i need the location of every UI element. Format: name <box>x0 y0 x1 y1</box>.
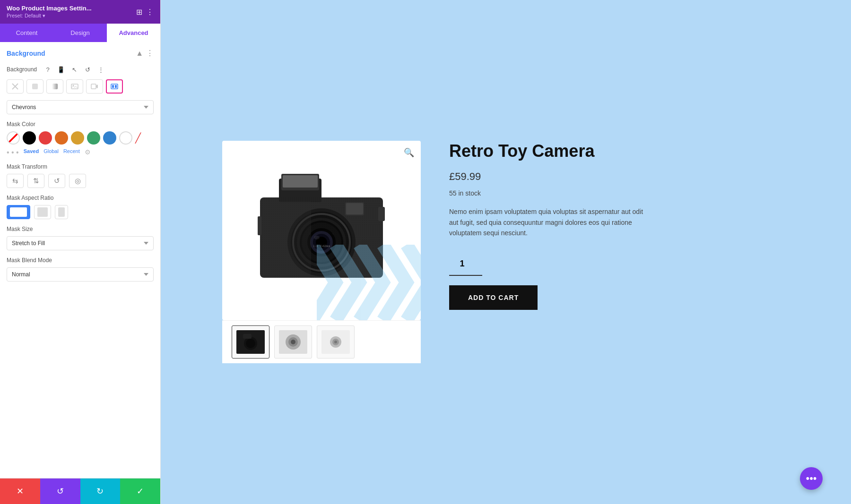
sidebar-title: Woo Product Images Settin... <box>7 5 92 12</box>
svg-point-41 <box>291 340 295 344</box>
sidebar-header: Woo Product Images Settin... Preset: Def… <box>0 0 160 24</box>
bg-type-slideshow[interactable] <box>106 79 123 94</box>
cancel-button[interactable]: ✕ <box>0 478 40 504</box>
bg-type-gradient[interactable] <box>46 79 63 94</box>
save-button[interactable]: ✓ <box>120 478 160 504</box>
section-title: Background <box>7 50 45 57</box>
tab-design[interactable]: Design <box>53 24 107 42</box>
color-tab-global[interactable]: Global <box>43 148 59 157</box>
bg-type-color[interactable] <box>26 79 43 94</box>
svg-point-36 <box>246 339 255 348</box>
product-title: Retro Toy Camera <box>449 141 790 161</box>
svg-rect-32 <box>264 201 311 274</box>
svg-rect-9 <box>115 85 117 88</box>
svg-rect-3 <box>52 84 58 89</box>
color-swatch-black[interactable] <box>23 131 36 145</box>
background-control-row: Background ? 📱 ↖ ↺ ⋮ <box>7 64 154 75</box>
sidebar: Woo Product Images Settin... Preset: Def… <box>0 0 161 504</box>
aspect-square[interactable] <box>34 205 51 219</box>
color-tabs: • • • Saved Global Recent ⚙ <box>7 148 154 157</box>
sidebar-header-icons: ⊞ ⋮ <box>136 8 154 17</box>
transform-flip-v[interactable]: ⇅ <box>27 174 44 188</box>
thumbnails <box>222 320 421 363</box>
transform-row: ⇆ ⇅ ↺ ◎ <box>7 174 154 188</box>
options-icon[interactable]: ⋮ <box>96 64 106 75</box>
color-swatch-blue[interactable] <box>103 131 116 145</box>
help-icon[interactable]: ? <box>43 64 53 75</box>
color-settings-icon[interactable]: ⚙ <box>85 148 91 157</box>
mask-size-select[interactable]: Stretch to Fill <box>7 236 154 250</box>
mask-blend-select[interactable]: Normal <box>7 267 154 282</box>
color-swatch-yellow[interactable] <box>71 131 84 145</box>
bg-control-label: Background <box>7 66 37 73</box>
mobile-icon[interactable]: 📱 <box>56 64 66 75</box>
section-header-icons: ▲ ⋮ <box>136 49 154 58</box>
aspect-tall[interactable] <box>55 205 68 219</box>
mask-dropdown[interactable]: Chevrons <box>7 100 154 114</box>
mask-size-label: Mask Size <box>7 226 154 232</box>
product-description: Nemo enim ipsam voluptatem quia voluptas… <box>449 206 648 238</box>
reset-icon[interactable]: ↺ <box>82 64 93 75</box>
eyedropper-icon[interactable]: ╱ <box>135 132 141 144</box>
sidebar-footer: ✕ ↺ ↻ ✓ <box>0 478 160 504</box>
svg-rect-37 <box>243 334 252 339</box>
section-more-icon[interactable]: ⋮ <box>146 49 154 58</box>
bg-type-video[interactable] <box>86 79 103 94</box>
preset-label[interactable]: Preset: Default ▾ <box>7 13 92 19</box>
add-to-cart-button[interactable]: ADD TO CART <box>449 285 538 310</box>
transform-flip-h[interactable]: ⇆ <box>7 174 24 188</box>
more-icon[interactable]: ⋮ <box>146 8 154 17</box>
fab-button[interactable]: ••• <box>800 467 823 490</box>
product-stock: 55 in stock <box>449 189 790 197</box>
zoom-icon[interactable]: 🔍 <box>404 147 414 158</box>
bg-type-row <box>7 79 154 94</box>
svg-rect-13 <box>283 175 318 188</box>
svg-rect-8 <box>112 85 114 88</box>
svg-rect-29 <box>378 207 385 221</box>
collapse-icon[interactable]: ▲ <box>136 49 143 58</box>
thumb-2[interactable] <box>274 325 312 359</box>
mask-blend-label: Mask Blend Mode <box>7 257 154 264</box>
bg-type-image[interactable] <box>66 79 83 94</box>
svg-rect-4 <box>71 84 78 89</box>
thumb-3[interactable] <box>317 325 355 359</box>
tab-content[interactable]: Content <box>0 24 53 42</box>
fab-dots-icon: ••• <box>806 472 816 485</box>
quantity-input[interactable] <box>449 252 482 276</box>
color-tab-saved[interactable]: Saved <box>24 148 39 157</box>
thumb-1[interactable] <box>232 325 269 359</box>
chevron-overlay <box>317 245 421 320</box>
section-header-background: Background ▲ ⋮ <box>7 49 154 58</box>
svg-rect-28 <box>346 203 363 214</box>
svg-rect-30 <box>258 216 261 235</box>
mask-color-label: Mask Color <box>7 121 154 128</box>
undo-button[interactable]: ↺ <box>40 478 80 504</box>
mask-aspect-label: Mask Aspect Ratio <box>7 195 154 201</box>
sidebar-body: Background ▲ ⋮ Background ? 📱 ↖ ↺ ⋮ <box>0 42 160 478</box>
color-swatch-orange[interactable] <box>55 131 68 145</box>
cursor-icon[interactable]: ↖ <box>69 64 79 75</box>
redo-button[interactable]: ↻ <box>80 478 121 504</box>
svg-rect-2 <box>32 84 38 89</box>
color-swatch-red[interactable] <box>39 131 52 145</box>
transform-rotate[interactable]: ↺ <box>48 174 65 188</box>
color-tab-recent[interactable]: Recent <box>63 148 80 157</box>
color-swatch-green[interactable] <box>87 131 100 145</box>
product-info: Retro Toy Camera £59.99 55 in stock Nemo… <box>449 141 790 310</box>
main-image-wrap: 🔍 <box>222 141 421 320</box>
aspect-row <box>7 205 154 219</box>
product-images: 🔍 <box>222 141 421 363</box>
sidebar-tabs: Content Design Advanced <box>0 24 160 42</box>
mask-transform-label: Mask Transform <box>7 163 154 170</box>
color-dots[interactable]: • • • <box>7 148 19 157</box>
color-swatch-transparent[interactable] <box>7 131 20 145</box>
transform-invert[interactable]: ◎ <box>69 174 86 188</box>
product-container: 🔍 <box>222 141 790 363</box>
aspect-wide[interactable] <box>7 205 30 219</box>
color-swatches: ╱ <box>7 131 154 145</box>
grid-icon[interactable]: ⊞ <box>136 8 142 17</box>
tab-advanced[interactable]: Advanced <box>107 24 160 42</box>
bg-type-none[interactable] <box>7 79 24 94</box>
color-swatch-white[interactable] <box>119 131 132 145</box>
svg-rect-6 <box>91 84 96 89</box>
